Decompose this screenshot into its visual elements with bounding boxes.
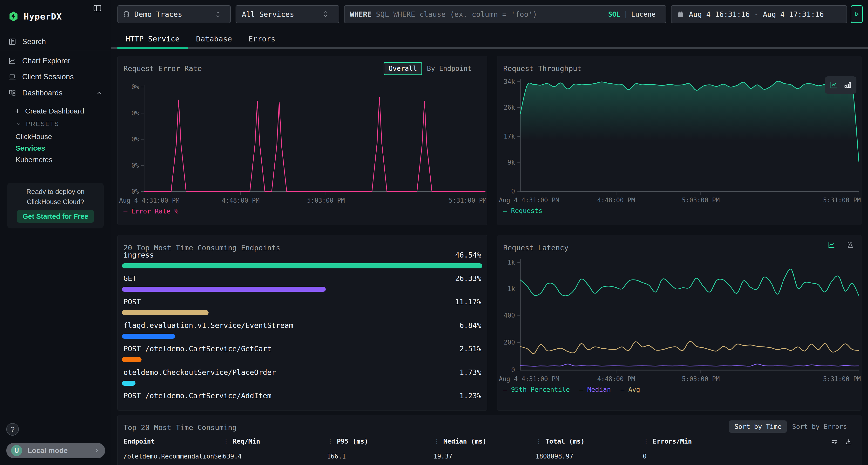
bar-chart-icon[interactable] bbox=[843, 81, 852, 89]
svg-text:0%: 0% bbox=[131, 188, 139, 195]
user-menu[interactable]: U Local mode bbox=[6, 443, 105, 458]
time-range-picker[interactable]: Aug 4 16:31:16 - Aug 4 17:31:16 bbox=[671, 5, 847, 23]
sort-by-errors-button[interactable]: Sort by Errors bbox=[787, 421, 852, 433]
column-grip-icon[interactable]: ⋮ bbox=[327, 437, 334, 445]
histogram-icon[interactable] bbox=[846, 241, 855, 249]
tab-database[interactable]: Database bbox=[188, 30, 240, 49]
svg-text:0%: 0% bbox=[131, 162, 139, 169]
download-icon[interactable] bbox=[845, 438, 852, 446]
help-button[interactable]: ? bbox=[6, 423, 19, 436]
select-chevrons-icon bbox=[215, 10, 221, 18]
svg-text:5:03:00 PM: 5:03:00 PM bbox=[682, 375, 720, 383]
column-header-total[interactable]: ⋮Total (ms) bbox=[535, 437, 585, 445]
lang-separator: | bbox=[624, 10, 628, 18]
column-header-req-min[interactable]: ⋮Req/Min bbox=[223, 437, 260, 445]
service-select[interactable]: All Services bbox=[236, 5, 339, 23]
endpoint-percent: 1.23% bbox=[460, 392, 481, 400]
column-grip-icon[interactable]: ⋮ bbox=[643, 437, 649, 445]
svg-text:9k: 9k bbox=[507, 159, 515, 166]
chevron-right-icon bbox=[93, 447, 100, 454]
endpoint-row[interactable]: GET 26.33% bbox=[122, 274, 482, 298]
sidebar-divider bbox=[0, 51, 111, 51]
svg-text:0: 0 bbox=[511, 366, 515, 374]
svg-text:0%: 0% bbox=[131, 110, 139, 117]
endpoint-bar bbox=[122, 263, 482, 268]
legend-median[interactable]: — Median bbox=[579, 386, 611, 393]
endpoint-row[interactable]: ingress 46.54% bbox=[122, 251, 482, 274]
endpoint-row[interactable]: POST 11.17% bbox=[122, 298, 482, 321]
dashboards-icon bbox=[8, 89, 17, 97]
chart-type-toolbar bbox=[825, 76, 857, 94]
sidebar-collapse-icon[interactable] bbox=[93, 3, 102, 13]
time-range-value: Aug 4 16:31:16 - Aug 4 17:31:16 bbox=[689, 10, 824, 19]
endpoint-bar bbox=[122, 334, 175, 339]
search-icon bbox=[8, 38, 17, 46]
wrap-lines-icon[interactable] bbox=[830, 438, 838, 446]
cell-errors-min: 0 bbox=[643, 453, 647, 460]
sidebar-preset-services[interactable]: Services bbox=[16, 144, 45, 152]
column-header-median[interactable]: ⋮Median (ms) bbox=[434, 437, 487, 445]
endpoint-row[interactable]: POST /oteldemo.CartService/GetCart 2.51% bbox=[122, 344, 482, 368]
endpoint-label: POST /oteldemo.CartService/GetCart bbox=[123, 344, 272, 353]
sql-mode-button[interactable]: SQL bbox=[608, 10, 620, 18]
endpoint-row[interactable]: POST /oteldemo.CartService/AddItem 1.23% bbox=[122, 392, 482, 410]
column-header-p95[interactable]: ⋮P95 (ms) bbox=[327, 437, 368, 445]
source-select[interactable]: Demo Traces bbox=[117, 5, 231, 23]
error-rate-legend[interactable]: — Error Rate % bbox=[123, 207, 179, 215]
create-dashboard-button[interactable]: Create Dashboard bbox=[14, 107, 84, 115]
column-header-endpoint[interactable]: Endpoint bbox=[123, 437, 225, 445]
column-grip-icon[interactable]: ⋮ bbox=[535, 437, 542, 445]
tab-errors[interactable]: Errors bbox=[240, 30, 283, 49]
sort-by-time-button[interactable]: Sort by Time bbox=[729, 421, 787, 433]
tab-http-service[interactable]: HTTP Service bbox=[117, 30, 188, 49]
get-started-button[interactable]: Get Started for Free bbox=[17, 210, 94, 223]
table-sort-toggle: Sort by Time Sort by Errors bbox=[729, 421, 852, 433]
sidebar-item-search[interactable]: Search bbox=[0, 34, 111, 49]
column-header-errors-min[interactable]: ⋮Errors/Min bbox=[643, 437, 692, 445]
sidebar: HyperDX Search Chart Explorer Client Ses… bbox=[0, 0, 111, 465]
toggle-overall-button[interactable]: Overall bbox=[383, 62, 422, 75]
svg-text:26k: 26k bbox=[504, 104, 515, 111]
svg-text:Aug 4 4:31:00 PM: Aug 4 4:31:00 PM bbox=[499, 375, 559, 383]
endpoint-percent: 46.54% bbox=[455, 251, 481, 259]
line-chart-icon[interactable] bbox=[830, 81, 838, 89]
sidebar-preset-clickhouse[interactable]: ClickHouse bbox=[16, 133, 52, 141]
run-query-button[interactable] bbox=[850, 5, 863, 23]
svg-text:4:48:00 PM: 4:48:00 PM bbox=[222, 197, 260, 204]
clickhouse-cloud-promo-card: Ready to deploy on ClickHouse Cloud? Get… bbox=[7, 182, 104, 228]
column-grip-icon[interactable]: ⋮ bbox=[223, 437, 229, 445]
toggle-by-endpoint-button[interactable]: By Endpoint bbox=[422, 63, 476, 74]
lucene-mode-button[interactable]: Lucene bbox=[631, 10, 656, 18]
sidebar-preset-kubernetes[interactable]: Kubernetes bbox=[16, 156, 52, 164]
sidebar-item-label: Chart Explorer bbox=[22, 57, 70, 65]
svg-text:34k: 34k bbox=[504, 78, 515, 85]
endpoint-percent: 11.17% bbox=[455, 298, 481, 306]
svg-text:1k: 1k bbox=[507, 259, 515, 266]
sidebar-item-dashboards[interactable]: Dashboards bbox=[0, 85, 111, 101]
error-rate-chart[interactable]: 0%0%0%0%0%Aug 4 4:31:00 PM4:48:00 PM5:03… bbox=[118, 82, 488, 206]
endpoint-percent: 6.84% bbox=[460, 321, 481, 330]
endpoint-percent: 26.33% bbox=[455, 274, 481, 283]
promo-line-2: ClickHouse Cloud? bbox=[7, 198, 104, 206]
legend-avg[interactable]: — Avg bbox=[620, 386, 640, 393]
endpoint-row[interactable]: oteldemo.CheckoutService/PlaceOrder 1.73… bbox=[122, 368, 482, 392]
throughput-chart[interactable]: 09k17k26k34kAug 4 4:31:00 PM4:48:00 PM5:… bbox=[497, 75, 862, 206]
table-title: Top 20 Most Time Consuming bbox=[123, 423, 237, 432]
throughput-legend[interactable]: — Requests bbox=[503, 207, 542, 214]
svg-text:17k: 17k bbox=[504, 133, 515, 140]
request-throughput-panel: Request Throughput 09k17k26k34kAug 4 4:3… bbox=[497, 56, 862, 225]
presets-toggle[interactable]: PRESETS bbox=[16, 121, 59, 128]
cell-req-min: 639.4 bbox=[223, 453, 242, 460]
sidebar-item-client-sessions[interactable]: Client Sessions bbox=[0, 69, 111, 85]
where-clause-input[interactable]: WHERE SQL WHERE clause (ex. column = 'fo… bbox=[344, 5, 666, 23]
line-chart-icon[interactable] bbox=[828, 241, 836, 249]
svg-text:5:31:00 PM: 5:31:00 PM bbox=[823, 375, 861, 383]
column-grip-icon[interactable]: ⋮ bbox=[434, 437, 440, 445]
sidebar-item-chart-explorer[interactable]: Chart Explorer bbox=[0, 53, 111, 69]
legend-95th-percentile[interactable]: — 95th Percentile bbox=[503, 386, 570, 393]
latency-chart[interactable]: 02004001k1kAug 4 4:31:00 PM4:48:00 PM5:0… bbox=[497, 254, 862, 385]
svg-text:5:31:00 PM: 5:31:00 PM bbox=[449, 197, 487, 204]
endpoint-row[interactable]: flagd.evaluation.v1.Service/EventStream … bbox=[122, 321, 482, 344]
cell-endpoint[interactable]: /oteldemo.RecommendationServ bbox=[123, 453, 225, 460]
request-error-rate-panel: Request Error Rate Overall By Endpoint 0… bbox=[117, 56, 487, 225]
